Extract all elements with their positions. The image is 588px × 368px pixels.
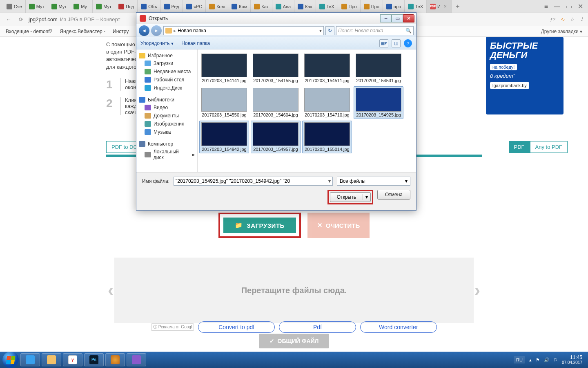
browser-tab[interactable]: TeX (316, 0, 338, 13)
nav-forward-button[interactable]: ► (151, 25, 162, 36)
preview-pane-button[interactable]: ◫ (392, 39, 401, 47)
bookmark-icon[interactable]: ☆ (570, 16, 575, 23)
taskbar-app-explorer[interactable] (42, 353, 61, 366)
sidebar-item-videos[interactable]: Видео (138, 103, 196, 112)
file-item[interactable]: 20170203_154604.jpg (251, 86, 301, 119)
maximize-button[interactable]: ▭ (392, 14, 403, 22)
browser-tab[interactable]: Мут (48, 0, 71, 13)
close-icon[interactable]: ✕ (578, 2, 583, 10)
taskbar-app-yandex[interactable]: Y (63, 353, 82, 366)
organize-menu[interactable]: Упорядочить▼ (140, 40, 174, 46)
convert-tab[interactable]: Any to PDF (530, 141, 568, 153)
sidebar-group-computer[interactable]: Компьютер (148, 141, 173, 147)
browser-tab[interactable]: Про (361, 0, 383, 13)
tray-volume-icon[interactable]: 🔊 (544, 357, 550, 363)
other-bookmarks[interactable]: Другие закладки ▾ (541, 29, 582, 34)
filename-input[interactable]: "20170203_154925.jpg" "20170203_154942.j… (174, 177, 333, 186)
chevron-down-icon[interactable]: ▾ (363, 194, 370, 200)
file-item[interactable]: 20170203_155014.jpg (302, 121, 352, 153)
browser-tab[interactable]: Счё (3, 0, 26, 13)
file-type-filter[interactable]: Все файлы▾ (337, 177, 410, 186)
sidebar-item-downloads[interactable]: Загрузки (138, 59, 196, 67)
file-item[interactable]: 20170203_154550.jpg (199, 86, 249, 119)
browser-tab[interactable]: Ана (272, 0, 295, 13)
taskbar-app-ie[interactable] (20, 353, 40, 366)
language-indicator[interactable]: RU (514, 356, 525, 364)
browser-tab[interactable]: Ком (206, 0, 228, 13)
nav-reload-icon[interactable]: ⟳ (16, 16, 25, 22)
download-icon[interactable]: ⤓ (579, 16, 584, 23)
browser-tab[interactable]: Ком (228, 0, 251, 13)
taskbar-app-snip[interactable] (127, 353, 146, 366)
carousel-prev-icon[interactable]: ‹ (108, 280, 114, 300)
taskbar-app-paint[interactable] (105, 353, 125, 366)
file-item[interactable]: 20170203_154942.jpg (199, 121, 249, 153)
minimize-button[interactable]: – (380, 14, 392, 22)
new-folder-button[interactable]: Новая папка (181, 40, 210, 46)
file-item[interactable]: 20170203_154511.jpg (302, 52, 352, 85)
minimize-icon[interactable]: — (554, 3, 560, 10)
maximize-icon[interactable]: ▭ (566, 2, 572, 10)
sidebar-item-images[interactable]: Изображения (138, 120, 196, 128)
view-mode-button[interactable]: ▦▾ (379, 39, 388, 47)
file-item[interactable]: 20170203_154155.jpg (251, 52, 301, 85)
file-item[interactable]: 20170203_154925.jpg (354, 86, 403, 119)
clear-button[interactable]: ✕ ОЧИСТИТЬ (307, 213, 370, 238)
browser-tab[interactable]: Мут (93, 0, 115, 13)
browser-tab[interactable]: про (383, 0, 405, 13)
search-input[interactable]: Поиск: Новая папка 🔍 (336, 26, 414, 35)
dropzone[interactable]: ‹ Перетащите файлы сюда. › (114, 258, 474, 323)
tray-action-icon[interactable]: ⚐ (554, 357, 558, 363)
ad-pill[interactable]: Word converter (360, 321, 437, 333)
browser-tab[interactable]: «PC (183, 0, 206, 13)
nav-back-icon[interactable]: ← (4, 16, 13, 22)
chevron-down-icon[interactable]: ▾ (319, 28, 322, 34)
rss-icon[interactable]: ∿ (560, 16, 565, 23)
file-item[interactable]: 20170203_154957.jpg (251, 121, 301, 153)
browser-tab[interactable]: PDFИ× (427, 0, 452, 13)
browser-tab[interactable]: Мут (26, 0, 48, 13)
taskbar-clock[interactable]: 11:45 07.04.2017 (562, 355, 582, 365)
convert-tab[interactable]: PDF (509, 141, 530, 153)
translate-icon[interactable]: ƒ? (550, 16, 555, 23)
browser-tab[interactable]: Объ (138, 0, 160, 13)
combined-file-button[interactable]: ✓ ОБЩИЙ ФАЙЛ (259, 334, 330, 348)
sidebar-item-documents[interactable]: Документы (138, 112, 196, 120)
bookmark-item[interactable]: Входящие - demonf2 (6, 29, 52, 34)
help-button[interactable]: ? (404, 39, 412, 47)
ad-pill[interactable]: Convert to pdf (198, 321, 275, 333)
dialog-titlebar[interactable]: Открыть – ▭ ✕ (136, 13, 416, 24)
sidebar-item-localdisk[interactable]: Локальный диск ▸ (138, 148, 196, 162)
browser-tab[interactable]: Мут (70, 0, 93, 13)
new-tab-button[interactable]: + (452, 0, 463, 13)
ad-pill[interactable]: Pdf (279, 321, 356, 333)
browser-tab[interactable]: Под (115, 0, 138, 13)
file-item[interactable]: 20170203_154710.jpg (302, 86, 352, 119)
browser-tab[interactable]: Ред (161, 0, 183, 13)
browser-tab[interactable]: Как (251, 0, 272, 13)
nav-back-button[interactable]: ◄ (139, 25, 149, 36)
sidebar-group-libraries[interactable]: Библиотеки (148, 97, 174, 103)
bookmark-item[interactable]: Инстру (113, 29, 129, 34)
browser-tab[interactable]: Про (338, 0, 361, 13)
browser-tab[interactable]: TeX (405, 0, 427, 13)
breadcrumb[interactable]: ▸ Новая папка ▾ (163, 26, 324, 35)
taskbar-app-photoshop[interactable]: Ps (84, 353, 104, 366)
browser-tab[interactable]: Как (294, 0, 316, 13)
file-item[interactable]: 20170203_154141.jpg (199, 52, 249, 85)
cancel-button[interactable]: Отмена (377, 190, 410, 200)
close-button[interactable]: ✕ (403, 14, 414, 22)
sidebar-item-desktop[interactable]: Рабочий стол (138, 76, 196, 84)
refresh-button[interactable]: ↻ (325, 26, 334, 35)
tab-close-icon[interactable]: × (442, 3, 448, 9)
file-item[interactable]: 20170203_154531.jpg (354, 52, 403, 85)
menu-icon[interactable]: ≡ (544, 3, 548, 10)
sidebar-group-favorites[interactable]: Избранное (148, 53, 173, 58)
carousel-next-icon[interactable]: › (474, 280, 480, 300)
open-button[interactable]: Открыть ▾ (330, 192, 371, 202)
sidebar-ad[interactable]: БЫСТРЫЕ ДЕНЬГИ на победу! й кредит" lgaz… (486, 37, 564, 114)
bookmark-item[interactable]: Яндекс.Вебмастер - (60, 29, 105, 34)
upload-button[interactable]: 📁 ЗАГРУЗИТЬ (223, 218, 296, 233)
sidebar-item-yandexdisk[interactable]: Яндекс.Диск (138, 84, 196, 92)
tray-network-icon[interactable]: ⚑ (536, 357, 540, 363)
